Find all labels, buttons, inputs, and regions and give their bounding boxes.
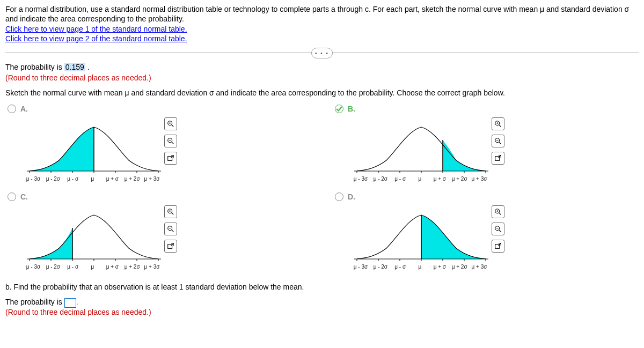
choice-label-b: B. <box>348 105 355 113</box>
zoom-out-icon[interactable] <box>492 223 504 235</box>
popout-icon[interactable] <box>164 240 177 253</box>
checkmark-icon <box>335 105 343 113</box>
choice-b: B. μ - 3σμ - 2σμ - σμμ + σμ + 2σμ + 3σ <box>333 105 639 187</box>
link-table-page1[interactable]: Click here to view page 1 of the standar… <box>5 25 187 33</box>
popout-icon[interactable] <box>492 152 504 165</box>
radio-c[interactable] <box>8 192 16 201</box>
svg-rect-67 <box>495 245 500 249</box>
probability-prefix: The probability is <box>5 63 64 71</box>
popout-icon[interactable] <box>164 152 177 165</box>
graph-controls-a <box>164 117 177 165</box>
part-b-hint: (Round to three decimal places as needed… <box>5 308 639 316</box>
svg-line-10 <box>172 125 174 127</box>
choice-c: C. μ - 3σμ - 2σμ - σμμ + σμ + 2σμ + 3σ <box>5 192 311 275</box>
graph-controls-c <box>164 205 177 253</box>
graph-b: μ - 3σμ - 2σμ - σμμ + σμ + 2σμ + 3σ <box>349 117 564 187</box>
radio-b[interactable] <box>335 105 343 113</box>
probability-statement: The probability is 0.159 . <box>5 63 639 71</box>
zoom-in-icon[interactable] <box>164 205 177 218</box>
normal-curve-a <box>21 117 166 176</box>
round-hint: (Round to three decimal places as needed… <box>5 73 639 82</box>
graph-c: μ - 3σμ - 2σμ - σμμ + σμ + 2σμ + 3σ <box>21 205 236 275</box>
tick-labels-b: μ - 3σμ - 2σμ - σμμ + σμ + 2σμ + 3σ <box>349 176 488 182</box>
svg-line-44 <box>172 213 174 215</box>
part-b-prefix: The probability is <box>5 298 64 306</box>
choice-label-a: A. <box>20 105 28 113</box>
choice-label-d: D. <box>348 192 355 201</box>
tick-labels-a: μ - 3σμ - 2σμ - σμμ + σμ + 2σμ + 3σ <box>21 176 161 182</box>
tick-labels-c: μ - 3σμ - 2σμ - σμμ + σμ + 2σμ + 3σ <box>21 264 161 270</box>
graph-controls-d <box>492 205 504 253</box>
zoom-in-icon[interactable] <box>492 117 504 130</box>
zoom-out-icon[interactable] <box>164 135 177 147</box>
radio-d[interactable] <box>335 192 343 201</box>
graph-a: μ - 3σμ - 2σμ - σμμ + σμ + 2σμ + 3σ <box>21 117 236 187</box>
svg-rect-33 <box>495 157 500 161</box>
svg-rect-50 <box>168 245 172 249</box>
choice-label-c: C. <box>20 192 28 201</box>
svg-line-61 <box>499 213 501 215</box>
svg-rect-16 <box>168 157 172 161</box>
choice-d: D. μ - 3σμ - 2σμ - σμμ + σμ + 2σμ + 3σ <box>333 192 639 275</box>
svg-line-31 <box>499 142 501 144</box>
probability-value: 0.159 <box>64 63 85 71</box>
zoom-in-icon[interactable] <box>492 205 504 218</box>
graph-controls-b <box>492 117 504 165</box>
graph-d: μ - 3σμ - 2σμ - σμμ + σμ + 2σμ + 3σ <box>349 205 564 275</box>
svg-line-27 <box>499 125 501 127</box>
probability-suffix: . <box>85 63 90 71</box>
popout-icon[interactable] <box>492 240 504 253</box>
normal-curve-b <box>349 117 494 176</box>
probability-input[interactable] <box>64 298 76 308</box>
svg-line-14 <box>172 142 174 144</box>
part-b-question: b. Find the probability that an observat… <box>5 283 639 291</box>
normal-curve-c <box>21 205 166 264</box>
part-b-suffix: . <box>76 298 78 306</box>
part-b-answer-line: The probability is . <box>5 298 639 307</box>
radio-a[interactable] <box>8 105 16 113</box>
sketch-instruction: Sketch the normal curve with mean μ and … <box>5 88 639 97</box>
zoom-in-icon[interactable] <box>164 117 177 130</box>
normal-curve-d <box>349 205 494 264</box>
expand-toggle[interactable]: • • • <box>311 48 333 58</box>
section-divider: • • • <box>5 53 639 53</box>
zoom-out-icon[interactable] <box>492 135 504 147</box>
zoom-out-icon[interactable] <box>164 223 177 235</box>
link-table-page2[interactable]: Click here to view page 2 of the standar… <box>5 34 187 43</box>
svg-line-65 <box>499 230 501 232</box>
choice-grid: A. μ - 3σμ - 2σμ - σμμ + σμ + 2σμ + 3σ <box>5 105 639 275</box>
part-b: b. Find the probability that an observat… <box>5 283 639 316</box>
choice-a: A. μ - 3σμ - 2σμ - σμμ + σμ + 2σμ + 3σ <box>5 105 311 187</box>
svg-line-48 <box>172 230 174 232</box>
intro-text: For a normal distribution, use a standar… <box>5 4 639 24</box>
tick-labels-d: μ - 3σμ - 2σμ - σμμ + σμ + 2σμ + 3σ <box>349 264 488 270</box>
